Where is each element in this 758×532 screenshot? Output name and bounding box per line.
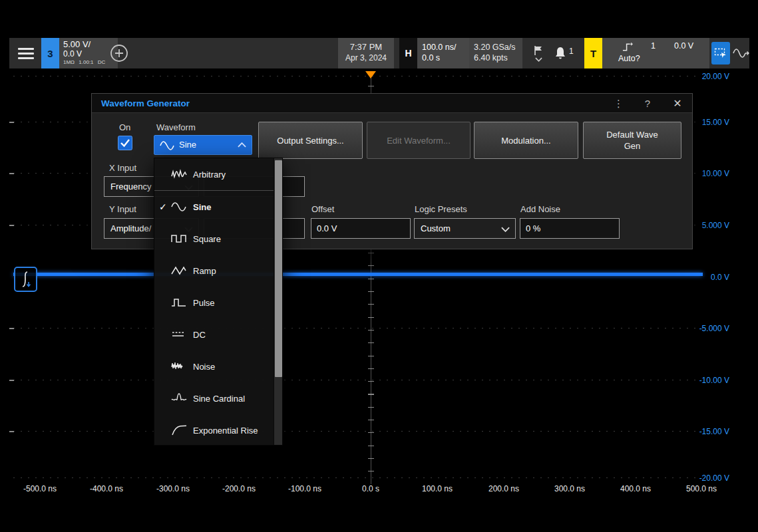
gridline [13, 477, 697, 478]
dc-wave-icon [171, 329, 187, 340]
wavegen-output-icon [17, 270, 35, 289]
chevron-up-icon [238, 142, 246, 148]
time-label: -500.0 ns [23, 484, 57, 493]
top-toolbar: 3 5.00 V/ 0.0 V 1MΩ 1.00:1 DC 7:37 PM Ap… [9, 38, 749, 68]
menu-item-exponential-rise[interactable]: Exponential Rise [154, 414, 274, 446]
time-label: -200.0 ns [222, 484, 256, 493]
add-noise-input[interactable] [520, 218, 620, 239]
gridline [13, 76, 697, 76]
zone-trigger-tool-button[interactable] [711, 42, 730, 65]
flag-icon [533, 45, 544, 56]
menu-item-label: Pulse [193, 298, 215, 308]
trigger-level: 0.0 V [674, 41, 693, 51]
voltage-label: -5.000 V [683, 323, 729, 334]
help-button[interactable]: ? [644, 94, 652, 113]
trigger-label: T [584, 38, 602, 68]
menu-item-sine[interactable]: ✓ Sine [154, 191, 274, 223]
menu-item-label: Sine [193, 202, 211, 212]
logic-presets-label: Logic Presets [415, 204, 467, 214]
left-axis-tick [9, 380, 14, 381]
left-axis-tick [9, 225, 14, 226]
trigger-button[interactable]: T 1 0.0 V Auto? [584, 38, 709, 68]
logic-presets-select[interactable]: Custom [414, 218, 516, 239]
menu-item-square[interactable]: Square [154, 223, 274, 255]
on-checkbox[interactable] [118, 136, 132, 150]
horizontal-button[interactable]: H 100.0 ns/ 0.0 s [399, 38, 474, 68]
plus-circle-icon [110, 44, 128, 63]
voltage-label: 0.0 V [683, 272, 729, 283]
menu-scrollbar-thumb[interactable] [275, 160, 282, 377]
channel-3-coupling: DC [98, 59, 106, 65]
oscilloscope-screen: 3 5.00 V/ 0.0 V 1MΩ 1.00:1 DC 7:37 PM Ap… [0, 0, 758, 532]
dialog-titlebar[interactable]: Waveform Generator ⋮ ? ✕ [92, 94, 692, 113]
clock-display[interactable]: 7:37 PM Apr 3, 2024 [338, 38, 394, 68]
noise-wave-icon [171, 360, 187, 372]
x-input-value: Frequency [110, 182, 151, 192]
sine-icon [160, 140, 174, 151]
arbitrary-wave-icon [171, 168, 187, 180]
waveform-select-value: Sine [179, 136, 196, 154]
pulse-wave-icon [171, 297, 187, 309]
menu-item-arbitrary[interactable]: Arbitrary [154, 158, 274, 190]
y-input-label: Y Input [109, 204, 136, 214]
modulation-button[interactable]: Modulation... [474, 122, 578, 159]
main-menu-button[interactable] [13, 41, 39, 65]
default-wave-gen-button[interactable]: Default Wave Gen [583, 122, 681, 159]
bell-icon [554, 46, 567, 61]
add-channel-button[interactable] [109, 43, 129, 63]
sinc-wave-icon [171, 392, 187, 404]
menu-item-label: Arbitrary [193, 170, 226, 180]
trigger-info: 1 0.0 V Auto? [602, 38, 709, 68]
horizontal-info: 100.0 ns/ 0.0 s [417, 38, 474, 68]
clock-time: 7:37 PM [338, 42, 394, 53]
voltage-label: -15.00 V [683, 426, 729, 437]
channel-3-waveform [13, 273, 703, 276]
x-input-label: X Input [109, 163, 136, 173]
time-label: 0.0 s [362, 484, 379, 493]
left-axis-tick [9, 431, 14, 432]
close-button[interactable]: ✕ [672, 94, 683, 113]
horizontal-timebase: 100.0 ns/ [422, 42, 474, 53]
time-label: 200.0 ns [488, 484, 519, 493]
menu-item-sine-cardinal[interactable]: Sine Cardinal [154, 382, 274, 414]
menu-item-pulse[interactable]: Pulse [154, 287, 274, 319]
menu-item-noise[interactable]: Noise [154, 350, 274, 382]
trigger-edge-icon [622, 43, 634, 52]
time-label: 300.0 ns [554, 484, 585, 493]
notification-count: 1 [569, 47, 574, 56]
menu-item-label: Noise [193, 362, 215, 372]
trigger-time-marker[interactable] [365, 71, 376, 78]
dialog-menu-button[interactable]: ⋮ [614, 94, 622, 113]
ramp-wave-icon [171, 265, 187, 277]
menu-scrollbar-track[interactable] [274, 158, 282, 445]
channel-3-button[interactable]: 3 5.00 V/ 0.0 V 1MΩ 1.00:1 DC [41, 38, 118, 68]
time-label: 100.0 ns [422, 484, 453, 493]
edit-waveform-button[interactable]: Edit Waveform... [367, 122, 471, 159]
horizontal-delay: 0.0 s [422, 53, 474, 63]
menu-item-ramp[interactable]: Ramp [154, 255, 274, 287]
sine-arrow-icon [733, 47, 750, 59]
notifications-button[interactable] [552, 43, 568, 63]
offset-input[interactable] [311, 218, 411, 239]
sine-wave-icon [171, 201, 187, 213]
menu-item-dc[interactable]: DC [154, 319, 274, 350]
menu-item-label: Exponential Rise [193, 426, 258, 436]
acquisition-info[interactable]: 3.20 GSa/s 6.40 kpts [469, 38, 522, 68]
trigger-level-badge[interactable] [14, 267, 37, 292]
output-settings-button[interactable]: Output Settings... [258, 122, 363, 159]
menu-item-label: Square [193, 234, 221, 244]
voltage-label: -10.00 V [683, 375, 729, 386]
logic-presets-value: Custom [421, 223, 451, 233]
voltage-label: 20.00 V [683, 71, 729, 82]
time-label: 500.0 ns [686, 484, 717, 493]
exponential-rise-icon [171, 424, 187, 436]
horizontal-label: H [399, 38, 417, 68]
waveform-nav-button[interactable] [732, 46, 751, 61]
channel-3-impedance: 1MΩ [63, 59, 75, 65]
checkmark-icon: ✓ [159, 201, 171, 212]
sample-rate: 3.20 GSa/s [474, 42, 522, 53]
waveform-select[interactable]: Sine [154, 135, 252, 155]
clock-date: Apr 3, 2024 [338, 53, 394, 63]
left-axis-tick [9, 173, 14, 174]
trigger-flag-button[interactable] [528, 41, 549, 65]
